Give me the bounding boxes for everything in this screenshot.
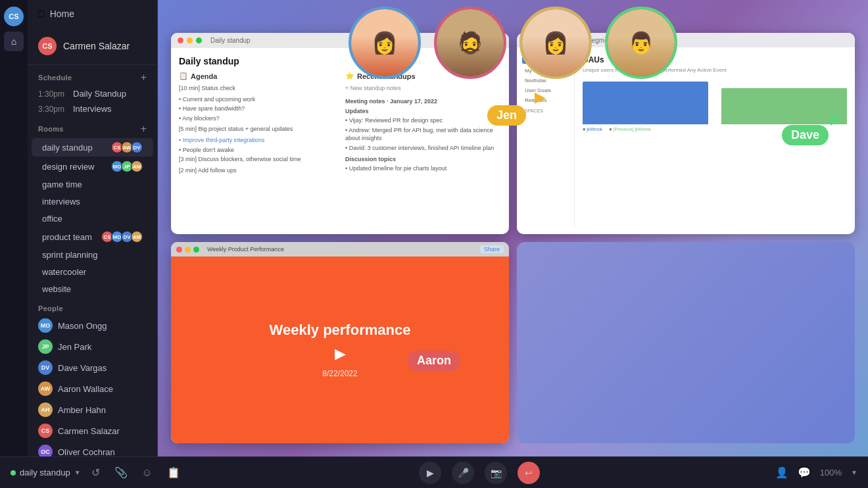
person-name: Amber Hahn xyxy=(58,405,106,415)
doc-columns: 📋 Agenda [10 min] Status check • Current… xyxy=(179,72,501,174)
room-item-sprint-planning[interactable]: sprint planning xyxy=(32,247,153,263)
person-mason[interactable]: MO Mason Ongg xyxy=(28,315,157,336)
room-item-office[interactable]: office xyxy=(32,210,153,227)
people-label: People xyxy=(38,305,63,312)
pres-share-btn[interactable]: Share xyxy=(480,245,504,253)
user-avatar-icon[interactable]: CS xyxy=(4,7,24,26)
avatar: CS xyxy=(38,37,57,55)
participant-face-woman2: 👩 xyxy=(522,9,589,76)
room-avatars: MO JP AM xyxy=(113,160,143,172)
mic-button[interactable]: 🎤 xyxy=(452,462,474,484)
bar-chart xyxy=(583,78,847,124)
person-avatar: JP xyxy=(38,339,53,354)
person-amber[interactable]: AH Amber Hahn xyxy=(28,399,157,420)
doc-right-col: ⭐ Recent standups + New standup notes Me… xyxy=(345,72,501,174)
legend-current: ■ jkMmok xyxy=(583,127,602,132)
emoji-icon[interactable]: ☺ xyxy=(138,467,157,479)
participants-row: 👩 🧔 👩 👨 xyxy=(349,7,677,79)
participant-circle-woman1: 👩 xyxy=(349,7,421,79)
standup-items: + New standup notes xyxy=(345,84,501,93)
people-section-header: People xyxy=(28,298,157,315)
cursor-jen: ▶ xyxy=(535,89,546,106)
room-name: game time xyxy=(42,180,82,189)
room-item-design-review[interactable]: design review MO JP AM xyxy=(32,157,153,176)
analytics-nav-item[interactable]: User Goals xyxy=(522,86,574,95)
meeting-notes-label: Meeting notes · January 17, 2022 xyxy=(345,98,501,105)
person-avatar: AW xyxy=(38,381,53,396)
room-name: sprint planning xyxy=(42,250,98,260)
room-item-game-time[interactable]: game time xyxy=(32,176,153,193)
pres-cursor-icon: ▶ xyxy=(335,345,346,362)
agenda-header: 📋 Agenda xyxy=(179,72,335,80)
username: Carmen Salazar xyxy=(63,41,130,51)
rooms-add-button[interactable]: + xyxy=(141,123,147,135)
room-item-product-team[interactable]: product team CS MO DV AM xyxy=(32,228,153,246)
participant-circle-man1: 🧔 xyxy=(434,7,506,79)
refresh-icon[interactable]: ↺ xyxy=(87,466,104,479)
main-content: 👩 🧔 👩 👨 Jen Dave Aaron ▶ ▶ Daily xyxy=(158,0,868,456)
person-avatar: CS xyxy=(38,424,53,438)
analytics-nav-item[interactable]: Releases xyxy=(522,96,574,105)
chat-icon[interactable]: 💬 xyxy=(798,466,811,479)
room-avatar: DV xyxy=(131,141,143,153)
person-avatar: DV xyxy=(38,360,53,375)
home-nav-icon[interactable]: ⌂ xyxy=(4,32,24,51)
room-name: daily standup xyxy=(42,143,93,153)
play-button[interactable]: ▶ xyxy=(419,462,441,484)
room-item-website[interactable]: website xyxy=(32,281,153,297)
leave-button[interactable]: ↩ xyxy=(518,462,540,484)
right-bottom-panel xyxy=(517,242,855,443)
room-avatars: CS AW DV xyxy=(113,141,143,153)
person-avatar: AH xyxy=(38,403,53,417)
bottom-left-controls: daily standup ▼ ↺ 📎 ☺ 📋 xyxy=(11,466,184,479)
person-aaron[interactable]: AW Aaron Wallace xyxy=(28,378,157,399)
room-item-daily-standup[interactable]: daily standup CS AW DV xyxy=(32,138,153,157)
room-name: website xyxy=(42,284,71,294)
participant-face-man2: 👨 xyxy=(608,9,675,76)
camera-button[interactable]: 📷 xyxy=(485,462,507,484)
home-nav[interactable]: □ Home xyxy=(28,0,157,28)
bottom-right-controls: 👤 💬 100% ▼ xyxy=(775,466,857,479)
name-bubble-dave: Dave xyxy=(782,125,829,145)
person-jen[interactable]: JP Jen Park xyxy=(28,336,157,357)
person-name: Aaron Wallace xyxy=(58,384,113,394)
participant-circle-man2: 👨 xyxy=(605,7,677,79)
doc-left-col: 📋 Agenda [10 min] Status check • Current… xyxy=(179,72,335,174)
room-item-interviews[interactable]: interviews xyxy=(32,193,153,210)
room-name: product team xyxy=(42,232,92,242)
room-avatar: AM xyxy=(131,160,143,172)
schedule-item[interactable]: 3:30pm Interviews xyxy=(28,101,157,116)
bottom-center-controls: ▶ 🎤 📷 ↩ xyxy=(419,462,540,484)
name-bubble-aaron: Aaron xyxy=(408,351,460,371)
schedule-label-1: Daily Standup xyxy=(73,89,126,99)
person-dave[interactable]: DV Dave Vargas xyxy=(28,357,157,378)
person-icon[interactable]: 👤 xyxy=(775,466,788,479)
zoom-dropdown-icon[interactable]: ▼ xyxy=(851,469,857,476)
person-avatar: MO xyxy=(38,318,53,333)
schedule-section-header: Schedule + xyxy=(28,65,157,86)
person-name: Oliver Cochran xyxy=(58,447,115,457)
schedule-item[interactable]: 1:30pm Daily Standup xyxy=(28,86,157,101)
room-dropdown-icon[interactable]: ▼ xyxy=(74,469,81,476)
close-dot xyxy=(176,247,182,253)
rooms-label: Rooms xyxy=(38,125,64,133)
person-carmen[interactable]: CS Carmen Salazar xyxy=(28,420,157,441)
close-dot xyxy=(178,37,183,43)
rooms-section-header: Rooms + xyxy=(28,116,157,137)
schedule-add-button[interactable]: + xyxy=(141,72,147,84)
zoom-level: 100% xyxy=(820,468,842,477)
person-oliver[interactable]: OC Oliver Cochran xyxy=(28,441,157,456)
meeting-notes-items: Updates • Vijay: Reviewed PR for design … xyxy=(345,107,501,173)
presentation-date: 8/22/2022 xyxy=(322,369,357,378)
schedule-time-1: 1:30pm xyxy=(38,89,68,99)
note-icon[interactable]: 📋 xyxy=(163,466,184,479)
agenda-icon: 📋 xyxy=(179,72,188,80)
person-avatar: OC xyxy=(38,445,53,456)
min-dot xyxy=(185,247,191,253)
agenda-items: [10 min] Status check • Current and upco… xyxy=(179,84,335,174)
room-name: design review xyxy=(42,162,95,172)
attachment-icon[interactable]: 📎 xyxy=(110,466,132,479)
room-item-watercooler[interactable]: watercooler xyxy=(32,264,153,280)
participant-face-man1: 🧔 xyxy=(437,9,504,76)
meeting-notes: Meeting notes · January 17, 2022 Updates… xyxy=(345,98,501,173)
